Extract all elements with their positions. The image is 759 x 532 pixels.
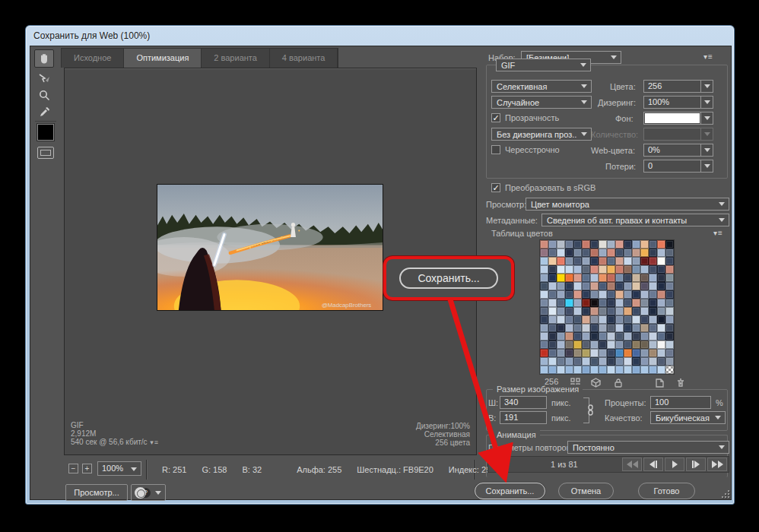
height-input[interactable]: 191 [500, 411, 547, 424]
color-swatch[interactable] [590, 249, 599, 257]
color-swatch[interactable] [548, 307, 557, 315]
color-swatch[interactable] [665, 282, 674, 290]
link-dimensions-button[interactable] [586, 404, 595, 417]
percent-input[interactable]: 100 [650, 396, 711, 409]
color-swatch[interactable] [607, 332, 615, 340]
color-swatch[interactable] [565, 257, 573, 265]
transparency-dither-select[interactable]: Без дизеринга проз... [491, 128, 592, 141]
color-swatch[interactable] [615, 290, 624, 299]
color-swatch[interactable] [649, 240, 657, 249]
color-swatch[interactable] [665, 290, 674, 299]
zoom-tool[interactable] [34, 86, 54, 104]
color-swatch[interactable] [565, 307, 573, 315]
color-swatch[interactable] [557, 265, 565, 274]
color-swatch[interactable] [548, 282, 557, 290]
color-swatch[interactable] [548, 299, 557, 307]
color-swatch[interactable] [624, 274, 632, 282]
color-swatch[interactable] [640, 366, 649, 374]
color-swatch[interactable] [632, 357, 640, 366]
color-swatch[interactable] [615, 257, 624, 265]
color-swatch[interactable] [590, 366, 599, 374]
color-swatch[interactable] [590, 349, 599, 357]
color-swatch[interactable] [607, 315, 615, 324]
color-swatch[interactable] [624, 249, 632, 257]
color-swatch[interactable] [557, 366, 565, 374]
color-swatch[interactable] [582, 249, 590, 257]
color-swatch[interactable] [624, 340, 632, 349]
color-swatch[interactable] [624, 299, 632, 307]
color-swatch[interactable] [573, 366, 582, 374]
color-swatch[interactable] [557, 282, 565, 290]
color-swatch[interactable] [640, 315, 649, 324]
preview-in-browser-button[interactable]: Просмотр... [65, 484, 128, 501]
color-swatch[interactable] [665, 307, 674, 315]
color-swatch[interactable] [573, 274, 582, 282]
color-swatch[interactable] [557, 340, 565, 349]
color-swatch[interactable] [649, 332, 657, 340]
color-swatch[interactable] [632, 349, 640, 357]
color-swatch[interactable] [582, 274, 590, 282]
color-swatch[interactable] [565, 349, 573, 357]
color-swatch[interactable] [607, 290, 615, 299]
color-swatch[interactable] [640, 357, 649, 366]
color-swatch[interactable] [599, 299, 607, 307]
color-swatch[interactable] [565, 265, 573, 274]
color-swatch[interactable] [548, 257, 557, 265]
color-swatch[interactable] [632, 315, 640, 324]
color-swatch[interactable] [665, 249, 674, 257]
color-swatch[interactable] [557, 324, 565, 332]
color-swatch[interactable] [540, 324, 548, 332]
color-swatch[interactable] [657, 257, 665, 265]
color-swatch[interactable] [649, 307, 657, 315]
color-swatch[interactable] [657, 324, 665, 332]
color-swatch[interactable] [540, 366, 548, 374]
color-swatch[interactable] [590, 240, 599, 249]
tab-4[interactable]: 4 варианта [270, 49, 338, 68]
color-swatch[interactable] [540, 349, 548, 357]
color-swatch[interactable] [590, 340, 599, 349]
color-swatch[interactable] [540, 274, 548, 282]
color-swatch[interactable] [540, 307, 548, 315]
color-swatch[interactable] [665, 324, 674, 332]
color-swatch[interactable] [557, 357, 565, 366]
color-swatch[interactable] [624, 240, 632, 249]
color-swatch[interactable] [640, 257, 649, 265]
color-swatch[interactable] [590, 282, 599, 290]
color-swatch[interactable] [649, 340, 657, 349]
tab-2[interactable]: Оптимизация [124, 49, 202, 68]
color-swatch[interactable] [607, 324, 615, 332]
color-swatch[interactable] [607, 282, 615, 290]
resize-grip[interactable] [720, 489, 729, 498]
color-swatch[interactable] [540, 240, 548, 249]
color-swatch[interactable] [665, 299, 674, 307]
color-swatch[interactable] [590, 265, 599, 274]
width-input[interactable]: 340 [500, 396, 547, 409]
color-swatch[interactable] [565, 274, 573, 282]
format-select[interactable]: GIF [496, 59, 591, 71]
color-swatch[interactable] [649, 357, 657, 366]
colors-select[interactable]: 256 [643, 80, 713, 93]
color-swatch[interactable] [565, 315, 573, 324]
color-swatch[interactable] [640, 332, 649, 340]
color-swatch[interactable] [632, 282, 640, 290]
color-swatch[interactable] [624, 315, 632, 324]
color-swatch[interactable] [565, 249, 573, 257]
color-swatch[interactable] [649, 315, 657, 324]
color-swatch[interactable] [599, 240, 607, 249]
color-swatch[interactable] [599, 274, 607, 282]
color-swatch[interactable] [565, 299, 573, 307]
color-swatch[interactable] [632, 340, 640, 349]
color-swatch[interactable] [573, 257, 582, 265]
color-swatch[interactable] [632, 257, 640, 265]
color-swatch[interactable] [649, 274, 657, 282]
color-swatch[interactable] [540, 257, 548, 265]
color-swatch[interactable] [582, 290, 590, 299]
color-swatch[interactable] [582, 366, 590, 374]
color-swatch[interactable] [640, 265, 649, 274]
color-swatch[interactable] [565, 332, 573, 340]
color-swatch[interactable] [548, 340, 557, 349]
color-swatch[interactable] [665, 315, 674, 324]
color-swatch[interactable] [548, 315, 557, 324]
color-swatch[interactable] [548, 290, 557, 299]
color-swatch[interactable] [590, 274, 599, 282]
